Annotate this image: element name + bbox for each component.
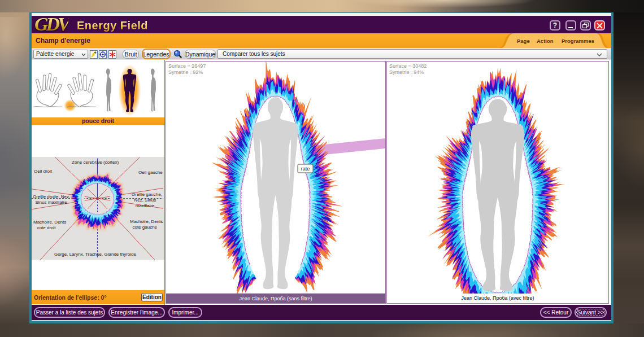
svg-text:rate: rate <box>301 166 310 172</box>
